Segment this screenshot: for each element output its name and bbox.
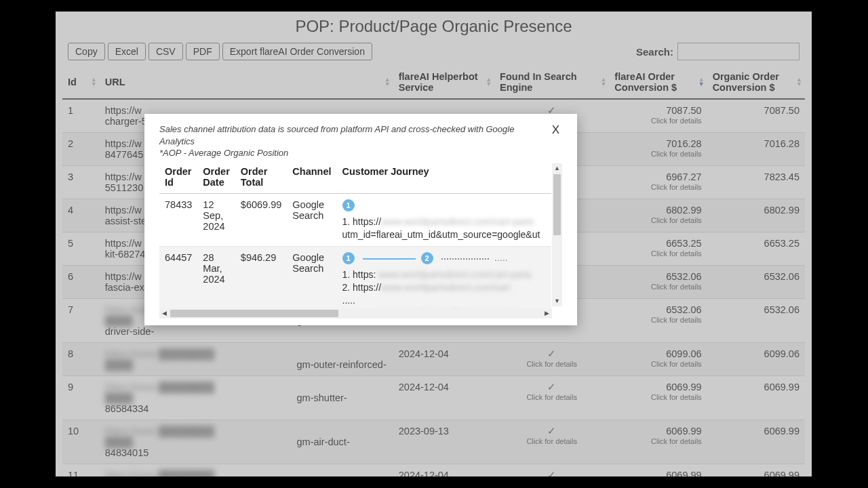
order-total: $6069.99 xyxy=(235,193,287,247)
id-cell: 7 xyxy=(62,299,100,343)
url-cell: https://www ████████████ gm-shutter-8658… xyxy=(100,376,393,420)
flare-cell[interactable]: 6802.99Click for details xyxy=(609,199,707,232)
flare-cell[interactable]: 6532.06Click for details xyxy=(609,266,707,299)
flare-cell[interactable]: 6069.99Click for details xyxy=(609,464,707,477)
id-cell: 2 xyxy=(62,133,100,166)
scroll-thumb[interactable] xyxy=(553,174,561,235)
id-cell: 5 xyxy=(62,232,100,266)
search-label: Search: xyxy=(636,46,673,58)
mcol-journey: Customer Journey xyxy=(337,163,551,194)
mcol-channel: Channel xyxy=(287,163,336,194)
attribution-modal: Sales channel attribution data is source… xyxy=(144,114,577,325)
id-cell: 1 xyxy=(62,99,100,133)
close-icon[interactable]: X xyxy=(549,123,562,137)
col-url[interactable]: URL ▲▼ xyxy=(100,66,393,99)
org-cell: 6069.99 xyxy=(707,420,805,464)
col-org[interactable]: Organic Order Conversion $ ▲▼ xyxy=(707,66,805,99)
flare-cell[interactable]: 7087.50Click for details xyxy=(609,99,707,133)
journey-line-icon xyxy=(363,258,416,260)
table-row: 11 https://www ████████████ gm-grille-as… xyxy=(62,464,805,477)
id-cell: 6 xyxy=(62,266,100,299)
org-cell: 6099.06 xyxy=(707,343,805,376)
flare-cell[interactable]: 6967.27Click for details xyxy=(609,166,707,199)
id-cell: 11 xyxy=(62,464,100,477)
flare-cell[interactable]: 6532.06Click for details xyxy=(609,299,707,343)
export-button[interactable]: Export flareAI Order Conversion xyxy=(222,43,372,60)
journey-step-icon: 1 xyxy=(342,252,355,264)
org-cell: 7087.50 xyxy=(707,99,805,133)
journey-step-icon: 1 xyxy=(342,199,355,211)
mcol-order-id: Order Id xyxy=(159,163,197,194)
url-cell: https://www ████████████ gm-outer-reinfo… xyxy=(100,343,393,376)
url-cell: https://www ████████████ gm-grille-assem… xyxy=(100,464,393,477)
org-cell: 6069.99 xyxy=(707,464,805,477)
url-cell: https://www ████████████ gm-air-duct-848… xyxy=(100,420,393,464)
table-row: 8 https://www ████████████ gm-outer-rein… xyxy=(62,343,805,376)
org-cell: 6069.99 xyxy=(707,376,805,420)
org-cell: 6532.06 xyxy=(707,299,805,343)
modal-row: 78433 12 Sep, 2024 $6069.99 Google Searc… xyxy=(159,193,551,247)
page-title: POP: Product/Page Organic Presence xyxy=(56,12,812,43)
modal-hscrollbar[interactable]: ◀ ▶ xyxy=(159,308,552,319)
org-cell: 6532.06 xyxy=(707,266,805,299)
col-id[interactable]: Id ▲▼ xyxy=(62,66,100,99)
mcol-order-total: Order Total xyxy=(235,163,287,194)
scroll-left-icon[interactable]: ◀ xyxy=(159,308,170,319)
id-cell: 10 xyxy=(62,420,100,464)
excel-button[interactable]: Excel xyxy=(108,43,146,60)
modal-vscrollbar[interactable]: ▲ ▼ xyxy=(552,163,562,306)
col-flare[interactable]: flareAI Order Conversion $ ▲▼ xyxy=(609,66,707,99)
toolbar: Copy Excel CSV PDF Export flareAI Order … xyxy=(56,43,812,66)
id-cell: 9 xyxy=(62,376,100,420)
col-found[interactable]: Found In Search Engine ▲▼ xyxy=(494,66,609,99)
found-cell[interactable]: ✓Click for details xyxy=(494,376,609,420)
journey-step-icon: 2 xyxy=(421,252,433,264)
journey-dots-icon xyxy=(441,258,489,260)
pdf-button[interactable]: PDF xyxy=(186,43,220,60)
csv-button[interactable]: CSV xyxy=(149,43,183,60)
id-cell: 4 xyxy=(62,199,100,232)
order-date: 12 Sep, 2024 xyxy=(197,193,235,247)
found-cell[interactable]: ✓Click for details xyxy=(494,343,609,376)
helper-cell: 2024-12-04 xyxy=(393,464,494,477)
found-cell[interactable]: ✓Click for details xyxy=(494,420,609,464)
scroll-right-icon[interactable]: ▶ xyxy=(542,308,552,319)
mcol-order-date: Order Date xyxy=(197,163,235,194)
id-cell: 3 xyxy=(62,166,100,199)
org-cell: 6653.25 xyxy=(707,232,805,266)
org-cell: 7823.45 xyxy=(707,166,805,199)
id-cell: 8 xyxy=(62,343,100,376)
scroll-thumb[interactable] xyxy=(170,310,338,317)
table-row: 9 https://www ████████████ gm-shutter-86… xyxy=(62,376,805,420)
search-wrap: Search: xyxy=(636,43,800,60)
org-cell: 6802.99 xyxy=(707,199,805,232)
flare-cell[interactable]: 6099.06Click for details xyxy=(609,343,707,376)
helper-cell: 2023-09-13 xyxy=(393,420,494,464)
org-cell: 7016.28 xyxy=(707,133,805,166)
order-channel: Google Search xyxy=(287,193,336,247)
flare-cell[interactable]: 6069.99Click for details xyxy=(609,376,707,420)
copy-button[interactable]: Copy xyxy=(68,43,105,60)
order-id: 78433 xyxy=(159,193,197,247)
helper-cell: 2024-12-04 xyxy=(393,376,494,420)
found-cell[interactable]: ✓Click for details xyxy=(494,464,609,477)
flare-cell[interactable]: 7016.28Click for details xyxy=(609,133,707,166)
modal-note: Sales channel attribution data is source… xyxy=(159,123,542,159)
customer-journey: 1 1. https://www.worldpartsdirect.com/ca… xyxy=(337,193,551,247)
col-helper[interactable]: flareAI Helperbot Service ▲▼ xyxy=(393,66,494,99)
modal-table: Order Id Order Date Order Total Channel … xyxy=(159,163,551,319)
flare-cell[interactable]: 6653.25Click for details xyxy=(609,232,707,266)
scroll-up-icon[interactable]: ▲ xyxy=(552,163,562,174)
helper-cell: 2024-12-04 xyxy=(393,343,494,376)
table-row: 10 https://www ████████████ gm-air-duct-… xyxy=(62,420,805,464)
flare-cell[interactable]: 6069.99Click for details xyxy=(609,420,707,464)
scroll-down-icon[interactable]: ▼ xyxy=(552,296,562,306)
search-input[interactable] xyxy=(677,43,800,60)
